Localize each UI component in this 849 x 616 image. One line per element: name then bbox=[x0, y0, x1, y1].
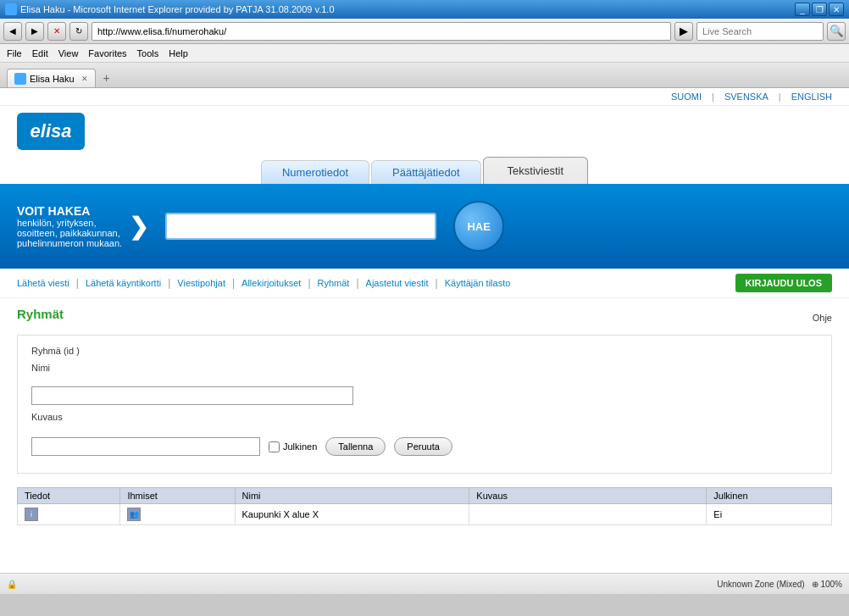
table-row: i 👥 Kaupunki X alue X Ei bbox=[18, 504, 832, 525]
window-controls[interactable]: _ ❐ ✕ bbox=[795, 3, 844, 16]
nav-laheta-viesti[interactable]: Lähetä viesti bbox=[17, 278, 69, 288]
browser-tab-elisa[interactable]: Elisa Haku ✕ bbox=[7, 69, 96, 87]
tiedot-icon[interactable]: i bbox=[25, 508, 38, 521]
tab-paattajatiedot[interactable]: Päättäjätiedot bbox=[371, 160, 481, 184]
kirjaudu-button[interactable]: KIRJAUDU ULOS bbox=[735, 274, 832, 292]
nav-kayttajan-tilasto[interactable]: Käyttäjän tilasto bbox=[445, 278, 511, 288]
tab-tekstiviestit[interactable]: Tekstiviestit bbox=[483, 157, 588, 184]
kuvaus-input[interactable] bbox=[31, 437, 260, 456]
menu-bar: File Edit View Favorites Tools Help bbox=[0, 44, 849, 63]
peruuta-button[interactable]: Peruuta bbox=[394, 437, 452, 456]
ryhmaid-label: Ryhmä (id ) bbox=[31, 346, 818, 356]
zone-label: Unknown Zone (Mixed) bbox=[717, 580, 804, 589]
forward-button[interactable]: ▶ bbox=[25, 22, 44, 41]
elisa-main: Ryhmät Ohje Ryhmä (id ) Nimi Kuvaus bbox=[0, 298, 849, 534]
julkinen-checkbox-group: Julkinen bbox=[269, 441, 317, 452]
tab-numerotiedot[interactable]: Numerotiedot bbox=[261, 160, 369, 184]
kuvaus-cell bbox=[469, 504, 707, 525]
address-bar[interactable] bbox=[92, 22, 671, 41]
hae-button[interactable]: HAE bbox=[453, 201, 504, 252]
form-section: Ryhmä (id ) Nimi Kuvaus Julkinen bbox=[17, 335, 832, 474]
form-row-ryhmaid: Ryhmä (id ) bbox=[31, 346, 818, 356]
nav-sep-4: | bbox=[308, 277, 310, 289]
back-button[interactable]: ◀ bbox=[3, 22, 22, 41]
tallenna-button[interactable]: Tallenna bbox=[325, 437, 386, 456]
banner-search-input[interactable] bbox=[165, 213, 436, 240]
nimi-label: Nimi bbox=[31, 363, 818, 373]
nav-sep-6: | bbox=[436, 277, 438, 289]
banner-subtext: henkilön, yrityksen, osoitteen, paikkaku… bbox=[17, 218, 122, 248]
menu-tools[interactable]: Tools bbox=[137, 48, 159, 58]
live-search-input[interactable] bbox=[696, 22, 824, 41]
restore-button[interactable]: ❐ bbox=[812, 3, 827, 16]
ie-icon bbox=[5, 3, 17, 15]
go-button[interactable]: ▶ bbox=[674, 22, 693, 41]
refresh-button[interactable]: ↻ bbox=[69, 22, 88, 41]
elisa-header: elisa Numerotiedot Päättäjätiedot Teksti… bbox=[0, 106, 849, 184]
menu-help[interactable]: Help bbox=[169, 48, 188, 58]
nav-sep-3: | bbox=[232, 277, 235, 289]
browser-toolbar: ◀ ▶ ✕ ↻ ▶ 🔍 bbox=[0, 19, 849, 44]
status-left: 🔒 bbox=[7, 580, 17, 589]
nav-ryhmat[interactable]: Ryhmät bbox=[318, 278, 350, 288]
banner-text-block: VOIT HAKEA henkilön, yrityksen, osoittee… bbox=[17, 204, 148, 248]
nav-sep-1: | bbox=[76, 277, 79, 289]
lang-english[interactable]: ENGLISH bbox=[791, 92, 832, 102]
kuvaus-label: Kuvaus bbox=[31, 412, 818, 422]
nimi-input[interactable] bbox=[31, 386, 353, 405]
window-title-bar: Elisa Haku - Microsoft Internet Explorer… bbox=[0, 0, 849, 19]
tab-close-button[interactable]: ✕ bbox=[81, 75, 88, 83]
nav-laheta-kaynt[interactable]: Lähetä käyntikortti bbox=[86, 278, 161, 288]
nav-sep-2: | bbox=[168, 277, 170, 289]
nav-sep-5: | bbox=[356, 277, 358, 289]
ihmiset-cell: 👥 bbox=[120, 504, 235, 525]
tab-bar: Elisa Haku ✕ + bbox=[0, 63, 849, 88]
ihmiset-icon[interactable]: 👥 bbox=[127, 508, 141, 521]
zoom-label: ⊕ 100% bbox=[812, 580, 842, 589]
new-tab-button[interactable]: + bbox=[97, 69, 116, 87]
col-ihmiset: Ihmiset bbox=[120, 488, 235, 504]
ohje-link[interactable]: Ohje bbox=[813, 313, 832, 323]
search-banner: VOIT HAKEA henkilön, yrityksen, osoittee… bbox=[0, 184, 849, 269]
lang-sep-1: | bbox=[712, 92, 714, 102]
col-kuvaus: Kuvaus bbox=[469, 488, 707, 504]
nav-ajastetut[interactable]: Ajastetut viestit bbox=[366, 278, 429, 288]
security-icon: 🔒 bbox=[7, 580, 17, 589]
tiedot-cell: i bbox=[18, 504, 120, 525]
search-go-button[interactable]: 🔍 bbox=[827, 22, 846, 41]
status-bar: 🔒 Unknown Zone (Mixed) ⊕ 100% bbox=[0, 573, 849, 594]
tab-label: Elisa Haku bbox=[30, 74, 75, 84]
nimi-cell: Kaupunki X alue X bbox=[235, 504, 469, 525]
julkinen-checkbox[interactable] bbox=[269, 441, 280, 452]
window-title-left: Elisa Haku - Microsoft Internet Explorer… bbox=[5, 3, 335, 15]
menu-favorites[interactable]: Favorites bbox=[88, 48, 126, 58]
content-area: SUOMI | SVENSKA | ENGLISH elisa Numeroti… bbox=[0, 88, 849, 573]
nav-allekirjoitukset[interactable]: Allekirjoitukset bbox=[241, 278, 301, 288]
tab-favicon-icon bbox=[14, 73, 26, 85]
content-nav: Lähetä viesti | Lähetä käyntikortti | Vi… bbox=[0, 269, 849, 298]
col-tiedot: Tiedot bbox=[18, 488, 120, 504]
form-row-kuvaus: Kuvaus Julkinen Tallenna Peruuta bbox=[31, 412, 818, 456]
lang-suomi[interactable]: SUOMI bbox=[671, 92, 702, 102]
window-title-text: Elisa Haku - Microsoft Internet Explorer… bbox=[20, 4, 335, 14]
lang-svenska[interactable]: SVENSKA bbox=[724, 92, 769, 102]
elisa-logo[interactable]: elisa bbox=[17, 113, 85, 150]
julkinen-label: Julkinen bbox=[283, 441, 317, 452]
col-julkinen: Julkinen bbox=[707, 488, 832, 504]
nav-viestipohjat[interactable]: Viestipohjat bbox=[177, 278, 225, 288]
menu-edit[interactable]: Edit bbox=[32, 48, 48, 58]
ryhmat-table: Tiedot Ihmiset Nimi Kuvaus Julkinen i 👥 bbox=[17, 487, 832, 525]
section-title: Ryhmät bbox=[17, 307, 64, 321]
minimize-button[interactable]: _ bbox=[795, 3, 810, 16]
lang-sep-2: | bbox=[779, 92, 781, 102]
menu-view[interactable]: View bbox=[58, 48, 79, 58]
banner-headline: VOIT HAKEA bbox=[17, 204, 122, 218]
stop-button[interactable]: ✕ bbox=[47, 22, 66, 41]
status-right: Unknown Zone (Mixed) ⊕ 100% bbox=[717, 580, 842, 589]
close-button[interactable]: ✕ bbox=[829, 3, 844, 16]
col-nimi: Nimi bbox=[235, 488, 469, 504]
menu-file[interactable]: File bbox=[7, 48, 22, 58]
julkinen-cell: Ei bbox=[707, 504, 832, 525]
banner-text-content: VOIT HAKEA henkilön, yrityksen, osoittee… bbox=[17, 204, 122, 248]
elisa-content: SUOMI | SVENSKA | ENGLISH elisa Numeroti… bbox=[0, 88, 849, 534]
